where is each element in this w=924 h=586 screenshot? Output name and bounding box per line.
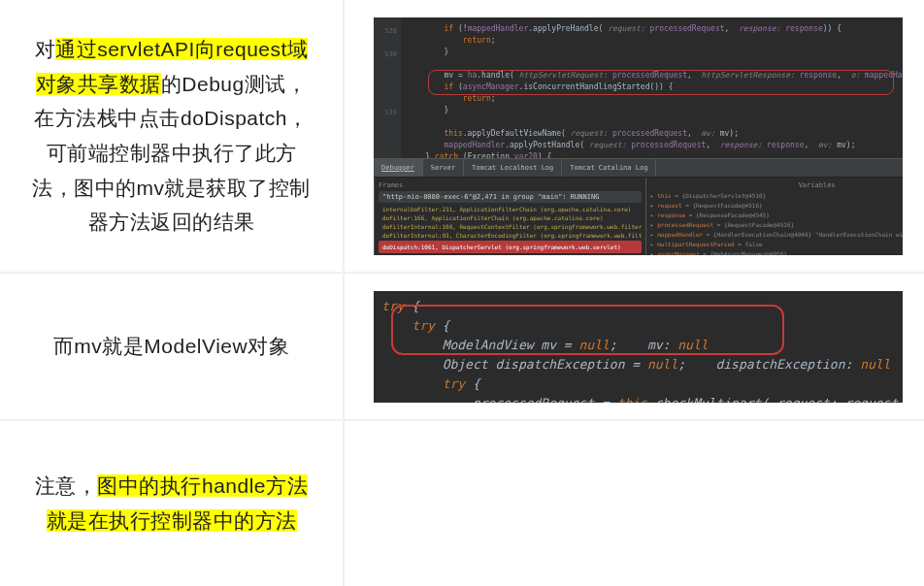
code-line: if (!mappedHandler.applyPreHandle( reque… (407, 23, 903, 35)
row2-desc-cell: 而mv就是ModelView对象 (0, 274, 345, 419)
variables-title: Variables (650, 181, 903, 189)
debugger-tab[interactable]: Tomcat Catalina Log (562, 159, 656, 177)
code-line: try { (381, 374, 903, 394)
row1-image-cell: 528530535540542 if (!mappedHandler.apply… (345, 0, 924, 272)
code-line: ModelAndView mv = null; mv: null (381, 336, 903, 355)
doc-table: 对通过servletAPI向request域对象共享数据的Debug测试，在方法… (0, 0, 924, 586)
stack-frame[interactable]: doFilter:166, ApplicationFilterChain (or… (379, 213, 642, 222)
row-2: 而mv就是ModelView对象 try { try { ModelAndVie… (0, 274, 924, 421)
frame-selected[interactable]: doDispatch:1061, DispatcherServlet (org.… (379, 241, 642, 253)
variable-row[interactable]: ▸ processedRequest = {RequestFacade@4516… (650, 220, 903, 230)
variable-row[interactable]: ▸ request = {RequestFacade@4516} (650, 201, 903, 211)
variable-row[interactable]: ▸ multipartRequestParsed = false (650, 240, 903, 249)
row1-pre: 对 (35, 38, 56, 60)
code-line: processedRequest = this.checkMultipart( … (381, 394, 903, 403)
line-gutter: 528530535540542 (374, 17, 401, 158)
code-line: } (407, 47, 903, 58)
row2-desc: 而mv就是ModelView对象 (53, 329, 289, 364)
code-line: mv = ha.handle( httpServletRequest: proc… (407, 70, 903, 81)
code-lines: if (!mappedHandler.applyPreHandle( reque… (407, 23, 903, 175)
code-line: this.applyDefaultViewName( request: proc… (407, 128, 903, 140)
code-line: return; (407, 93, 903, 105)
code-line: mappedHandler.applyPostHandle( request: … (407, 140, 903, 151)
debugger-tab[interactable]: Server (423, 159, 464, 177)
row3-image-cell (345, 421, 924, 586)
code-line: } (407, 105, 903, 116)
row2-image-cell: try { try { ModelAndView mv = null; mv: … (345, 274, 924, 419)
debugger-tabbar: DebuggerServerTomcat Localhost LogTomcat… (374, 158, 903, 178)
code-line (407, 116, 903, 128)
row-3: 注意，图中的执行handle方法就是在执行控制器中的方法 (0, 421, 924, 586)
code-line: Object dispatchException = null; dispatc… (381, 355, 903, 374)
variable-row[interactable]: ▸ response = {ResponseFacade@4545} (650, 211, 903, 220)
stack-frame[interactable]: doFilterInternal:100, RequestContextFilt… (379, 222, 642, 231)
debugger-tab[interactable]: Tomcat Localhost Log (464, 159, 562, 177)
variable-row[interactable]: ▸ this = {DispatcherServlet@4510} (650, 191, 903, 201)
frames-title: Frames (379, 181, 642, 189)
row3-desc-cell: 注意，图中的执行handle方法就是在执行控制器中的方法 (0, 421, 345, 586)
code-line: try { (381, 316, 903, 336)
ide-screenshot: 528530535540542 if (!mappedHandler.apply… (374, 17, 903, 255)
debugger-panel: Frames "http-nio-8080-exec-6"@2,471 in g… (374, 178, 903, 255)
row1-post: 的Debug测试，在方法栈中点击doDispatch，可前端控制器中执行了此方法… (32, 73, 311, 234)
stack-frame[interactable]: doFilterInternal:93, CharacterEncodingFi… (379, 231, 642, 240)
ide-code-area: 528530535540542 if (!mappedHandler.apply… (374, 17, 903, 158)
code-line: if (asyncManager.isConcurrentHandlingSta… (407, 81, 903, 93)
code-line: return; (407, 35, 903, 47)
variable-row[interactable]: ▸ mappedHandler = {HandlerExecutionChain… (650, 230, 903, 240)
row1-desc-cell: 对通过servletAPI向request域对象共享数据的Debug测试，在方法… (0, 0, 345, 272)
row3-pre: 注意， (35, 474, 98, 497)
variable-row[interactable]: ▸ asyncManager = {WebAsyncManager@4950} (650, 249, 903, 255)
code-snippet-2: try { try { ModelAndView mv = null; mv: … (374, 291, 903, 403)
debugger-tab[interactable]: Debugger (374, 159, 423, 177)
variables-panel: Variables ▸ this = {DispatcherServlet@45… (646, 178, 903, 255)
code-line (407, 58, 903, 70)
row3-desc: 注意，图中的执行handle方法就是在执行控制器中的方法 (27, 469, 315, 537)
code-line: try { (381, 297, 903, 316)
row1-desc: 对通过servletAPI向request域对象共享数据的Debug测试，在方法… (27, 32, 315, 240)
stack-frame[interactable]: doService:961, DispatcherServlet (org.sp… (379, 254, 642, 255)
row-1: 对通过servletAPI向request域对象共享数据的Debug测试，在方法… (0, 0, 924, 274)
frames-panel: Frames "http-nio-8080-exec-6"@2,471 in g… (375, 178, 646, 255)
thread-running: "http-nio-8080-exec-6"@2,471 in group "m… (379, 191, 642, 203)
stack-frame[interactable]: internalDoFilter:231, ApplicationFilterC… (379, 205, 642, 213)
